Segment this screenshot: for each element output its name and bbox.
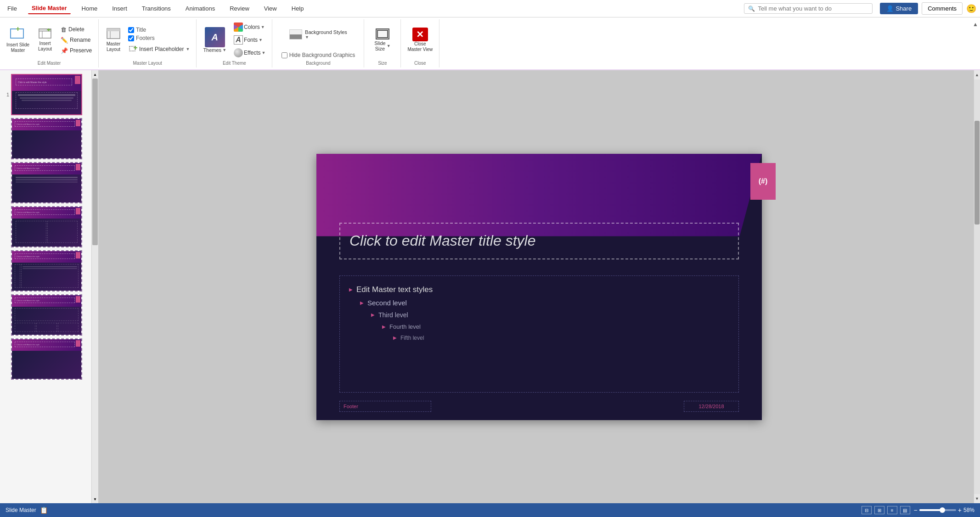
background-styles-icon	[289, 29, 302, 39]
rename-button[interactable]: ✏️ Rename	[58, 35, 95, 45]
thumb-badge-4	[76, 208, 80, 214]
status-icon[interactable]: 📋	[40, 506, 48, 514]
slide-size-icon	[376, 28, 389, 39]
insert-menu[interactable]: Insert	[108, 3, 131, 14]
slide-thumb-3[interactable]: Click to edit Master the style	[11, 162, 82, 203]
file-menu[interactable]: File	[4, 3, 21, 14]
menu-bar: File Slide Master Home Insert Transition…	[0, 0, 980, 17]
slide-size-button[interactable]: SlideSize ▼	[372, 22, 394, 57]
help-menu[interactable]: Help	[288, 3, 308, 14]
thumb-l5b	[23, 268, 77, 269]
home-menu[interactable]: Home	[78, 3, 101, 14]
slide-master-menu[interactable]: Slide Master	[28, 3, 71, 14]
slide-title-box[interactable]: Click to edit Master title style	[339, 223, 739, 259]
thumb-l3b	[16, 179, 78, 180]
slide-thumb-inner-3: Click to edit Master the style	[12, 163, 81, 202]
fonts-button[interactable]: A Fonts ▼	[231, 34, 268, 46]
normal-view-icon[interactable]: ⊟	[862, 506, 872, 514]
footer-text: Footer	[344, 404, 358, 409]
master-layout-button[interactable]: MasterLayout	[102, 22, 124, 57]
svg-rect-9	[107, 28, 120, 31]
slide-thumb-7[interactable]: Click to edit Master the style	[11, 338, 82, 380]
scroll-thumb[interactable]	[974, 121, 980, 225]
right-scrollbar[interactable]: ▲ ▼	[974, 70, 980, 503]
delete-button[interactable]: 🗑 Delete	[58, 25, 95, 34]
slide-panel-scroll[interactable]: 1 Click to edit Master the style	[0, 70, 91, 503]
svg-rect-11	[130, 46, 135, 51]
title-checkbox-row[interactable]: Title	[126, 26, 192, 34]
panel-scroll-track	[92, 79, 98, 495]
colors-button[interactable]: Colors ▼	[231, 21, 268, 33]
slide-thumb-4[interactable]: Click to edit Master the style	[11, 206, 82, 247]
thumb-line-1a	[18, 94, 75, 96]
slide-thumb-2[interactable]: Click to edit Master the style	[11, 118, 82, 159]
effects-dropdown-arrow: ▼	[262, 51, 266, 55]
thumb-grid-4	[15, 220, 79, 244]
hide-bg-graphics-checkbox[interactable]	[282, 52, 287, 58]
delete-label: Delete	[68, 26, 84, 33]
search-input[interactable]	[758, 5, 868, 12]
close-master-icon: ✕	[412, 28, 428, 41]
comments-button[interactable]: Comments	[922, 2, 963, 15]
preserve-button[interactable]: 📌 Preserve	[58, 46, 95, 56]
panel-scroll-thumb[interactable]	[92, 79, 98, 245]
share-button[interactable]: 👤 Share	[880, 3, 918, 14]
close-master-view-button[interactable]: ✕ CloseMaster View	[405, 22, 435, 57]
insert-slide-master-button[interactable]: Insert SlideMaster	[4, 22, 32, 57]
slide-thumb-1[interactable]: Click to edit Master the style	[11, 74, 82, 115]
thumb-badge-6	[76, 296, 80, 303]
zoom-out-button[interactable]: −	[914, 506, 918, 514]
scroll-track	[974, 79, 980, 494]
slide-content-box[interactable]: ▶ Edit Master text styles ▶ Second level…	[339, 275, 739, 393]
content-text-3: Third level	[378, 311, 408, 319]
animations-menu[interactable]: Animations	[182, 3, 219, 14]
slide-footer-left[interactable]: Footer	[339, 401, 431, 412]
transitions-menu[interactable]: Transitions	[138, 3, 175, 14]
footers-checkbox[interactable]	[128, 35, 134, 41]
background-styles-arrow: ▼	[305, 35, 309, 39]
insert-placeholder-button[interactable]: Insert Placeholder ▼	[126, 45, 192, 54]
insert-layout-button[interactable]: InsertLayout	[34, 22, 56, 57]
themes-button[interactable]: A Themes ▼	[200, 22, 229, 57]
slide-sorter-icon[interactable]: ⊞	[874, 506, 884, 514]
fonts-label: Fonts	[244, 37, 258, 43]
footers-checkbox-label: Footers	[136, 35, 155, 41]
ribbon-group-edit-master: Insert SlideMaster InsertLayout	[0, 19, 99, 67]
collapse-icon: ▲	[973, 21, 978, 28]
insert-layout-label: InsertLayout	[38, 41, 52, 52]
effects-button[interactable]: Effects ▼	[231, 47, 268, 59]
slide-size-arrow: ▼	[387, 44, 391, 48]
smiley-icon[interactable]: 🙂	[966, 4, 976, 14]
slide-thumb-5[interactable]: Click to edit Master the style	[11, 250, 82, 292]
thumb-title-5: Click to edit Master the style	[15, 253, 75, 259]
view-menu[interactable]: View	[260, 3, 281, 14]
search-bar[interactable]: 🔍	[744, 3, 873, 14]
hide-bg-graphics-row[interactable]: Hide Background Graphics	[280, 51, 357, 59]
close-x-icon: ✕	[416, 29, 424, 40]
review-menu[interactable]: Review	[226, 3, 253, 14]
thumb-third-6c	[58, 323, 79, 332]
slide-footer-right[interactable]: 12/28/2018	[684, 401, 739, 412]
scroll-up-button[interactable]: ▲	[974, 70, 980, 79]
content-text-4: Fourth level	[389, 323, 421, 330]
footers-checkbox-row[interactable]: Footers	[126, 34, 192, 42]
ribbon-group-close: ✕ CloseMaster View Close	[401, 19, 439, 67]
ribbon-collapse[interactable]: ▲	[971, 19, 980, 67]
insert-placeholder-sub: Placeholder	[155, 46, 184, 52]
title-checkbox[interactable]	[128, 27, 134, 33]
edit-theme-label: Edit Theme	[223, 59, 246, 66]
zoom-in-button[interactable]: +	[958, 506, 962, 514]
scroll-down-button[interactable]: ▼	[974, 494, 980, 503]
zoom-slider-thumb[interactable]	[940, 507, 945, 513]
thumb-wide-6	[15, 308, 79, 321]
slide-thumb-6[interactable]: Click to edit Master the style	[11, 294, 82, 336]
zoom-slider[interactable]	[919, 509, 956, 511]
slide-thumb-container-7: Click to edit Master the style	[2, 338, 90, 380]
presenter-view-icon[interactable]: ▤	[900, 506, 910, 514]
bullet-3: ▶	[371, 312, 375, 317]
panel-scroll-down[interactable]: ▼	[92, 495, 98, 503]
reading-view-icon[interactable]: ≡	[887, 506, 897, 514]
panel-scroll-up[interactable]: ▲	[92, 70, 98, 79]
panel-scrollbar[interactable]: ▲ ▼	[92, 70, 98, 503]
background-styles-button[interactable]: Background Styles ▼	[286, 28, 351, 41]
